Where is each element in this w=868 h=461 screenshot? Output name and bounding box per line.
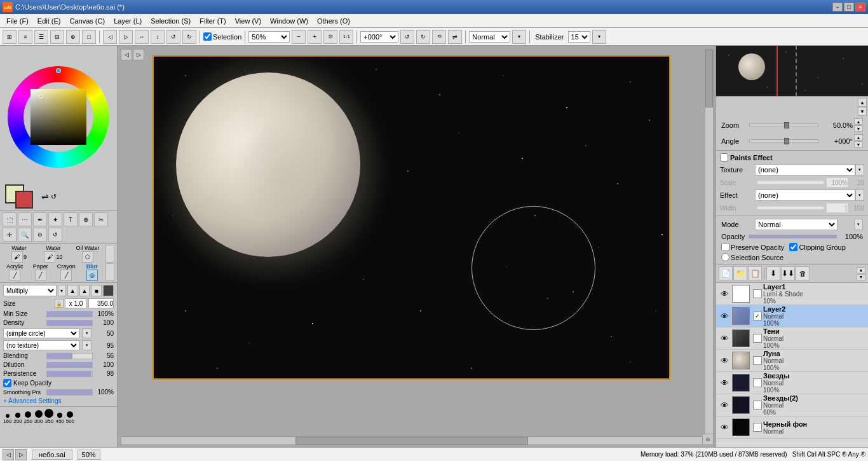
brush-size-450[interactable]: 450 [55,413,64,424]
brush-size-350[interactable]: 350 [44,409,53,424]
layer-item-layer2[interactable]: 👁 ✓ Layer2 Normal 100% [716,305,868,327]
brush-size-160[interactable]: 160 [3,414,11,424]
toolbar-btn-3[interactable]: ☰ [34,30,48,44]
size-lock-btn[interactable]: 🔒 [55,299,64,308]
titlebar-controls[interactable]: − □ ✕ [832,3,865,11]
select-lasso-tool[interactable]: ⋯ [18,212,32,226]
preserve-opacity-label[interactable]: Preserve Opacity [721,243,784,251]
shadow-eye-btn[interactable]: 👁 [719,333,730,344]
canvas-vscrollbar[interactable] [705,49,714,434]
select-text-tool[interactable]: T [64,212,78,226]
color-square[interactable] [31,89,86,145]
selection-checkbox-label[interactable]: Selection [203,32,241,41]
vscrollbar-thumb[interactable] [705,50,713,107]
swap-colors-button[interactable]: ⇌ [41,191,49,202]
size-multiplier-input[interactable] [65,298,87,308]
angle-up-btn[interactable]: ▲ [854,134,863,141]
shape-btn-1[interactable]: ▲ [67,285,78,296]
moon-mask-check[interactable] [753,356,762,365]
pe-width-value[interactable] [826,203,848,213]
new-folder-btn[interactable]: 📁 [733,266,747,280]
pe-texture-combo[interactable]: (none) [755,164,855,175]
zoom-down-btn[interactable]: ▼ [854,125,863,132]
shape-btn-3[interactable]: ■ [91,285,102,296]
brush-size-300[interactable]: 300 [34,410,43,424]
reset-colors-button[interactable]: ↺ [51,193,57,201]
toolbar-rot-left[interactable]: ↺ [166,30,180,44]
blend-mode-combo-toolbar[interactable]: Normal [469,31,510,43]
stars-mask-check[interactable] [753,378,762,387]
zoom-slider[interactable] [749,123,818,127]
brush-blend-mode[interactable]: Multiply [3,285,57,296]
close-button[interactable]: ✕ [855,3,865,11]
selection-checkbox[interactable] [203,32,212,41]
brush2-scrollbar[interactable] [105,263,114,281]
clipping-group-label[interactable]: Clipping Group [789,243,845,251]
density-bar[interactable] [46,320,93,326]
pe-width-slider[interactable] [757,206,824,210]
layer2-mask-check[interactable]: ✓ [753,312,762,320]
pe-effect-combo[interactable]: (none) [755,189,855,201]
layer-item-shadow[interactable]: 👁 Тени Normal 100% [716,327,868,350]
pe-effect-arrow[interactable]: ▾ [855,189,864,201]
shape-btn-4[interactable] [103,285,114,296]
water-brush-icon[interactable]: 🖌 [11,251,23,263]
toolbar-btn-2[interactable]: ≡ [18,30,32,44]
shape-combo[interactable]: (simple circle) [3,328,79,338]
rotate-reset-btn[interactable]: ⟲ [432,30,446,44]
select-rect-tool[interactable]: ⬚ [3,212,17,226]
menu-others[interactable]: Others (O) [313,16,354,26]
hue-wheel[interactable] [8,66,109,168]
bg-mask-check[interactable] [753,423,762,432]
advanced-settings-btn[interactable]: + Advanced Settings [3,397,114,404]
hscrollbar-thumb[interactable] [295,437,528,444]
unknown-tool-2[interactable]: ✂ [94,212,108,226]
menu-edit[interactable]: Edit (E) [34,16,65,26]
wand-tool[interactable]: ✦ [48,212,62,226]
layer-item-bg[interactable]: 👁 Черный фон Normal [716,416,868,439]
crayon-brush-icon[interactable]: ╱ [60,270,72,281]
angle-slider[interactable] [749,139,818,143]
pe-scale-value[interactable] [826,177,848,188]
maximize-button[interactable]: □ [844,3,854,11]
acrylic-brush-icon[interactable]: ╱ [9,270,20,281]
layer-item-moon[interactable]: 👁 Луна Normal 100% [716,350,868,372]
zoom-out-tool[interactable]: ⊖ [33,228,47,242]
zoom-up-btn[interactable]: ▲ [854,118,863,125]
toolbar-btn-1[interactable]: ⊞ [3,30,17,44]
zoom-actual-btn[interactable]: 1:1 [339,30,353,44]
brush-size-200[interactable]: 200 [13,413,22,424]
nav-btn-left[interactable]: ◁ [121,49,132,60]
stars-eye-btn[interactable]: 👁 [719,377,730,389]
brush-scrollbar[interactable] [105,245,114,263]
canvas[interactable] [153,55,670,380]
blend-mode-dropdown-icon[interactable]: ▾ [58,285,66,296]
copy-layer-btn[interactable]: 📋 [748,266,762,280]
smoothing-bar[interactable] [46,389,93,396]
toolbar-rot-right[interactable]: ↻ [182,30,196,44]
opacity-slider[interactable] [749,235,837,238]
layer-item-stars[interactable]: 👁 Звезды Normal 100% [716,372,868,394]
shape-btn-2[interactable]: ▲ [79,285,90,296]
shadow-mask-check[interactable] [753,334,762,343]
scroll-corner-btn[interactable]: ◎ [702,434,714,445]
menu-filter[interactable]: Filter (T) [196,16,230,26]
layer-item-layer1[interactable]: 👁 Layer1 Lumi & Shade 10% [716,283,868,305]
background-color[interactable] [15,191,33,209]
water2-brush-icon[interactable]: 🖌 [44,251,55,263]
rotate-ccw-btn[interactable]: ↺ [400,30,414,44]
new-layer-btn[interactable]: 📄 [719,266,733,280]
shape-arrow[interactable]: ▾ [83,328,92,338]
toolbar-btn-6[interactable]: □ [82,30,96,44]
paper-brush-icon[interactable]: ╱ [35,270,46,281]
stabilizer-combo[interactable]: 15 [568,31,590,43]
toolbar-arrow-left[interactable]: ◁ [103,30,117,44]
mode-arrow[interactable]: ▾ [854,219,863,230]
toolbar-mirror-h[interactable]: ↔ [135,30,149,44]
blend-mode-arrow[interactable]: ▾ [512,30,526,44]
layer-scroll-down[interactable]: ▼ [857,274,865,280]
canvas-hscrollbar[interactable] [121,436,703,445]
toolbar-btn-4[interactable]: ⊟ [50,30,64,44]
eyedropper-tool[interactable]: ✒ [33,212,47,226]
brush-size-500[interactable]: 500 [66,411,74,424]
